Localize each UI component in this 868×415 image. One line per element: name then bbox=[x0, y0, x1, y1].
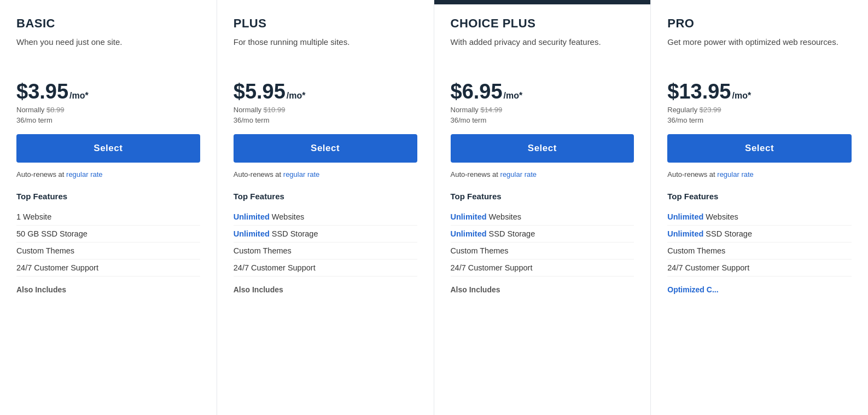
plan-pro-price: $13.95 bbox=[667, 80, 731, 103]
plan-basic-price-note: Normally $8.99 bbox=[16, 106, 200, 114]
plan-choice-plus: CHOICE PLUS With added privacy and secur… bbox=[434, 0, 651, 415]
plan-basic-price-term: 36/mo term bbox=[16, 116, 200, 124]
plan-basic-price: $3.95 bbox=[16, 80, 68, 103]
list-item: Unlimited SSD Storage bbox=[451, 226, 634, 243]
plan-pro-price-term: 36/mo term bbox=[667, 116, 852, 124]
list-item: 50 GB SSD Storage bbox=[16, 226, 200, 243]
plan-pro-also-includes: Optimized C... bbox=[667, 285, 852, 294]
plan-pro-description: Get more power with optimized web resour… bbox=[667, 36, 852, 69]
plan-choice-plus-features-header: Top Features bbox=[451, 192, 634, 201]
plan-choice-plus-also-includes: Also Includes bbox=[451, 285, 634, 294]
plan-choice-plus-select-button[interactable]: Select bbox=[451, 134, 634, 163]
list-item: Unlimited Websites bbox=[234, 209, 417, 226]
plan-plus-feature-list: Unlimited Websites Unlimited SSD Storage… bbox=[234, 209, 417, 276]
list-item: Custom Themes bbox=[451, 243, 634, 260]
plan-basic: BASIC When you need just one site. $3.95… bbox=[0, 0, 217, 415]
plan-pro-auto-renew: Auto-renews at regular rate bbox=[667, 170, 852, 178]
plan-basic-also-includes: Also Includes bbox=[16, 285, 200, 294]
plan-pro-price-note: Regularly $23.99 bbox=[667, 106, 852, 114]
plan-pro-features-header: Top Features bbox=[667, 192, 852, 201]
list-item: 24/7 Customer Support bbox=[16, 260, 200, 276]
plan-choice-plus-price-suffix: /mo* bbox=[504, 91, 523, 101]
plan-choice-plus-auto-renew: Auto-renews at regular rate bbox=[451, 170, 634, 178]
list-item: 24/7 Customer Support bbox=[667, 260, 852, 276]
plan-choice-plus-regular-rate-link[interactable]: regular rate bbox=[500, 170, 537, 178]
plan-plus-auto-renew: Auto-renews at regular rate bbox=[234, 170, 417, 178]
list-item: Custom Themes bbox=[16, 243, 200, 260]
plan-plus-name: PLUS bbox=[234, 16, 417, 31]
plan-plus-features-header: Top Features bbox=[234, 192, 417, 201]
plan-basic-feature-list: 1 Website 50 GB SSD Storage Custom Theme… bbox=[16, 209, 200, 276]
plan-plus: PLUS For those running multiple sites. $… bbox=[217, 0, 434, 415]
plan-plus-select-button[interactable]: Select bbox=[234, 134, 417, 163]
plan-basic-auto-renew: Auto-renews at regular rate bbox=[16, 170, 200, 178]
plan-basic-select-button[interactable]: Select bbox=[16, 134, 200, 163]
plan-pro-select-button[interactable]: Select bbox=[667, 134, 852, 163]
plan-plus-also-includes: Also Includes bbox=[234, 285, 417, 294]
featured-top-bar bbox=[434, 0, 651, 4]
plan-plus-description: For those running multiple sites. bbox=[234, 36, 417, 69]
plan-pro-price-suffix: /mo* bbox=[732, 91, 751, 101]
list-item: Unlimited SSD Storage bbox=[667, 226, 852, 243]
list-item: Custom Themes bbox=[234, 243, 417, 260]
plan-pro: PRO Get more power with optimized web re… bbox=[651, 0, 868, 415]
plan-choice-plus-price-term: 36/mo term bbox=[451, 116, 634, 124]
plan-basic-price-suffix: /mo* bbox=[69, 91, 89, 101]
plan-pro-name: PRO bbox=[667, 16, 852, 31]
list-item: 24/7 Customer Support bbox=[234, 260, 417, 276]
plan-plus-price: $5.95 bbox=[234, 80, 286, 103]
pricing-grid: BASIC When you need just one site. $3.95… bbox=[0, 0, 868, 415]
plan-basic-description: When you need just one site. bbox=[16, 36, 200, 69]
plan-choice-plus-price-block: $6.95 /mo* Normally $14.99 36/mo term bbox=[451, 80, 634, 124]
list-item: Unlimited Websites bbox=[451, 209, 634, 226]
plan-pro-feature-list: Unlimited Websites Unlimited SSD Storage… bbox=[667, 209, 852, 276]
list-item: 1 Website bbox=[16, 209, 200, 226]
plan-choice-plus-price: $6.95 bbox=[451, 80, 503, 103]
list-item: Custom Themes bbox=[667, 243, 852, 260]
plan-basic-price-block: $3.95 /mo* Normally $8.99 36/mo term bbox=[16, 80, 200, 124]
list-item: Unlimited Websites bbox=[667, 209, 852, 226]
plan-pro-regular-rate-link[interactable]: regular rate bbox=[717, 170, 753, 178]
plan-plus-price-term: 36/mo term bbox=[234, 116, 417, 124]
plan-choice-plus-feature-list: Unlimited Websites Unlimited SSD Storage… bbox=[451, 209, 634, 276]
plan-plus-regular-rate-link[interactable]: regular rate bbox=[283, 170, 319, 178]
list-item: 24/7 Customer Support bbox=[451, 260, 634, 276]
plan-plus-price-suffix: /mo* bbox=[287, 91, 306, 101]
plan-choice-plus-name: CHOICE PLUS bbox=[451, 16, 634, 31]
plan-choice-plus-price-note: Normally $14.99 bbox=[451, 106, 634, 114]
plan-basic-features-header: Top Features bbox=[16, 192, 200, 201]
plan-plus-price-note: Normally $10.99 bbox=[234, 106, 417, 114]
plan-pro-price-block: $13.95 /mo* Regularly $23.99 36/mo term bbox=[667, 80, 852, 124]
plan-choice-plus-description: With added privacy and security features… bbox=[451, 36, 634, 69]
plan-basic-regular-rate-link[interactable]: regular rate bbox=[66, 170, 102, 178]
plan-basic-name: BASIC bbox=[16, 16, 200, 31]
list-item: Unlimited SSD Storage bbox=[234, 226, 417, 243]
plan-plus-price-block: $5.95 /mo* Normally $10.99 36/mo term bbox=[234, 80, 417, 124]
